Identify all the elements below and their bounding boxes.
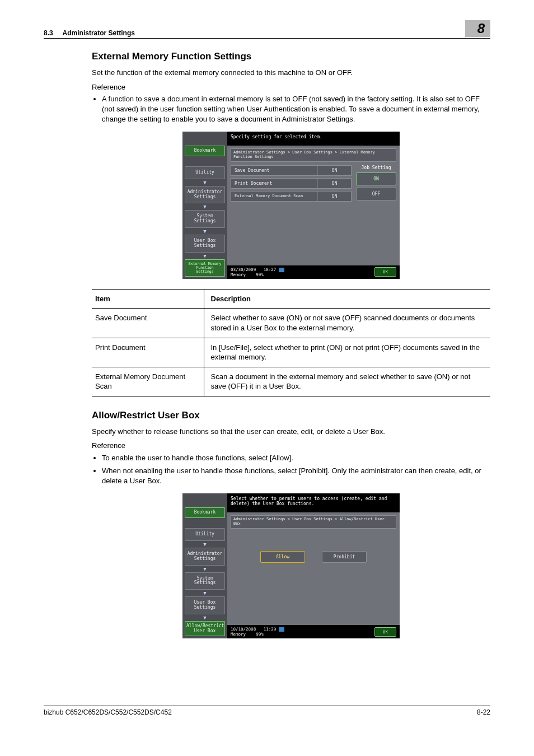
memory-label: Memory xyxy=(231,632,246,637)
table-row: Print Document In [Use/File], select whe… xyxy=(92,338,490,367)
screenshot-external-memory: Bookmark Utility ▼ Administrator Setting… xyxy=(182,132,400,279)
intro-text: Set the function of the external memory … xyxy=(92,68,490,78)
row-ext-mem-scan[interactable]: External Memory Document Scan ON xyxy=(231,191,352,202)
memory-pct: 99% xyxy=(256,632,264,637)
section-number: 8.3 xyxy=(44,29,53,37)
sidebar-utility[interactable]: Utility xyxy=(185,166,225,179)
bookmark-button[interactable]: Bookmark xyxy=(185,146,225,156)
sidebar-user-box-settings[interactable]: User Box Settings xyxy=(185,235,225,253)
footer-date: 03/30/2009 xyxy=(231,267,256,272)
chevron-down-icon: ▼ xyxy=(185,615,225,620)
chevron-down-icon: ▼ xyxy=(185,253,225,259)
chevron-down-icon: ▼ xyxy=(185,180,225,185)
job-setting-label: Job Setting xyxy=(356,165,396,170)
memory-icon xyxy=(279,627,284,632)
footer-time: 18:27 xyxy=(264,267,277,272)
page-footer: bizhub C652/C652DS/C552/C552DS/C452 8-22 xyxy=(44,706,490,716)
screen-title: Specify setting for selected item. xyxy=(231,134,396,139)
heading-allow-restrict: Allow/Restrict User Box xyxy=(92,410,490,421)
ok-button[interactable]: OK xyxy=(374,267,396,277)
table-row: Save Document Select whether to save (ON… xyxy=(92,309,490,338)
chevron-down-icon: ▼ xyxy=(185,542,225,547)
job-setting-off[interactable]: OFF xyxy=(356,188,396,200)
table-head-desc: Description xyxy=(204,289,490,309)
reference-bullet: A function to save a document in externa… xyxy=(102,94,490,124)
footer-page: 8-22 xyxy=(477,708,490,716)
chevron-down-icon: ▼ xyxy=(185,590,225,596)
chevron-down-icon: ▼ xyxy=(185,228,225,234)
allow-button[interactable]: Allow xyxy=(260,551,305,563)
breadcrumb: Administrator Settings > User Box Settin… xyxy=(231,148,396,161)
sidebar-admin-settings[interactable]: Administrator Settings xyxy=(185,186,225,204)
sidebar-external-memory[interactable]: External Memory Function Settings xyxy=(185,259,225,277)
chevron-down-icon: ▼ xyxy=(185,204,225,209)
sidebar-admin-settings[interactable]: Administrator Settings xyxy=(185,548,225,566)
table-row: External Memory Document Scan Scan a doc… xyxy=(92,367,490,396)
footer-model: bizhub C652/C652DS/C552/C552DS/C452 xyxy=(44,708,172,716)
intro-text: Specify whether to release functions so … xyxy=(92,427,490,437)
breadcrumb: Administrator Settings > User Box Settin… xyxy=(231,515,396,528)
sidebar-system-settings[interactable]: System Settings xyxy=(185,572,225,590)
bookmark-button[interactable]: Bookmark xyxy=(185,507,225,518)
sidebar-utility[interactable]: Utility xyxy=(185,528,225,541)
footer-date: 10/10/2008 xyxy=(231,627,256,632)
row-save-document[interactable]: Save Document ON xyxy=(231,165,352,176)
reference-label: Reference xyxy=(92,441,490,451)
heading-external-memory: External Memory Function Settings xyxy=(92,51,490,62)
reference-label: Reference xyxy=(92,82,490,92)
sidebar-user-box-settings[interactable]: User Box Settings xyxy=(185,596,225,614)
page-header: 8.3 Administrator Settings 8 xyxy=(44,20,490,39)
prohibit-button[interactable]: Prohibit xyxy=(322,551,367,563)
screenshot-allow-restrict: Bookmark Utility ▼ Administrator Setting… xyxy=(182,493,400,638)
chapter-badge: 8 xyxy=(465,20,490,37)
sidebar-allow-restrict[interactable]: Allow/Restrict User Box xyxy=(185,621,225,637)
memory-pct: 99% xyxy=(256,272,264,277)
reference-bullet: To enable the user to handle those funct… xyxy=(102,453,490,463)
memory-icon xyxy=(279,268,284,272)
sidebar-system-settings[interactable]: System Settings xyxy=(185,210,225,228)
section-title: Administrator Settings xyxy=(63,29,135,37)
reference-bullet: When not enabling the user to handle tho… xyxy=(102,466,490,486)
table-head-item: Item xyxy=(92,289,204,309)
screen-title: Select whether to permit users to access… xyxy=(231,496,396,506)
memory-label: Memory xyxy=(231,272,246,277)
item-description-table: Item Description Save Document Select wh… xyxy=(92,289,490,396)
chevron-down-icon: ▼ xyxy=(185,566,225,572)
footer-time: 11:29 xyxy=(264,627,277,632)
row-print-document[interactable]: Print Document ON xyxy=(231,178,352,189)
ok-button[interactable]: OK xyxy=(374,627,396,637)
job-setting-on[interactable]: ON xyxy=(356,172,396,185)
